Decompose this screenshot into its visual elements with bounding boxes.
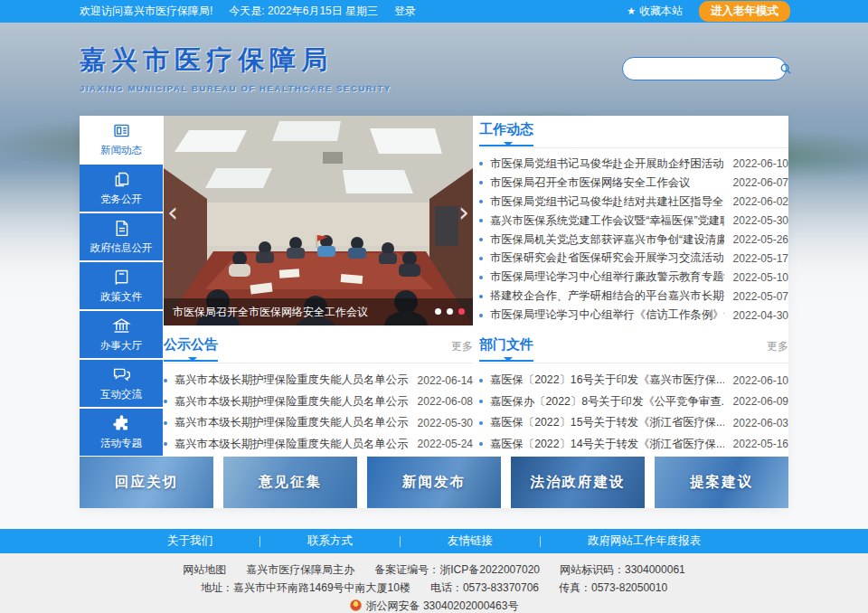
- sidebar-label: 政府信息公开: [90, 241, 153, 255]
- news-link[interactable]: 嘉兴市本级长期护理保险重度失能人员名单公示（2...: [175, 373, 409, 388]
- news-link[interactable]: 市医保局理论学习中心组举行廉政警示教育专题学习...: [490, 269, 724, 285]
- phone-text: 电话：0573-83370706: [430, 579, 539, 597]
- bullet-icon: [164, 400, 167, 403]
- news-link[interactable]: 嘉兴市本级长期护理保险重度失能人员名单公示（2...: [175, 437, 409, 452]
- footer-nav-annual-report[interactable]: 政府网站工作年度报表: [541, 533, 748, 549]
- news-date: 2022-05-10: [733, 271, 788, 284]
- carousel-dot[interactable]: [435, 308, 441, 315]
- news-link[interactable]: 市医保局理论学习中心组举行《信访工作条例》专题...: [490, 307, 724, 323]
- list-item: 嘉兴市本级长期护理保险重度失能人员名单公示（2...2022-06-14: [164, 370, 473, 391]
- news-link[interactable]: 市医保局机关党总支部获评嘉兴市争创“建设清廉机...: [490, 232, 724, 248]
- news-carousel[interactable]: ‹ › 市医保局召开全市医保网络安全工作会议: [164, 116, 473, 325]
- bullet-icon: [479, 295, 483, 298]
- news-date: 2022-06-02: [733, 195, 788, 208]
- meeting-photo: [164, 116, 473, 325]
- favorite-label: 收藏本站: [639, 4, 683, 19]
- banner-opinion-collection[interactable]: 意见征集: [223, 457, 357, 508]
- bullet-icon: [164, 379, 167, 382]
- news-link[interactable]: 搭建校企合作、产学研相结合的平台嘉兴市长期护理...: [490, 288, 724, 304]
- news-link[interactable]: 市医保局党组书记马俊华赴企开展助企纾困活动: [490, 156, 724, 172]
- news-date: 2022-06-10: [733, 374, 788, 387]
- security-record[interactable]: 浙公网安备 33040202000463号: [350, 597, 519, 613]
- sidebar-item-party-affairs[interactable]: 党务公开: [80, 165, 163, 212]
- bullet-icon: [479, 238, 483, 241]
- sidebar-item-policy-files[interactable]: 政策文件: [80, 262, 163, 309]
- bullet-icon: [479, 219, 483, 222]
- banner-news-release[interactable]: 新闻发布: [367, 457, 501, 508]
- login-link[interactable]: 登录: [394, 4, 416, 19]
- newspaper-icon: [112, 121, 131, 140]
- bullet-icon: [479, 200, 483, 203]
- bullet-icon: [479, 162, 483, 165]
- sidebar-item-special-topics[interactable]: 活动专题: [80, 409, 163, 456]
- list-item: 嘉医保〔2022〕15号关于转发《浙江省医疗保...2022-06-03: [479, 412, 788, 434]
- sidebar-item-interaction[interactable]: 互动交流: [80, 360, 163, 407]
- site-brand: 嘉兴市医疗保障局 JIAXING MUNICIPAL BUREAU OF HEA…: [80, 42, 392, 93]
- list-item: 市医保研究会赴省医保研究会开展学习交流活动2022-05-17: [479, 249, 788, 268]
- sidebar-item-news[interactable]: 新闻动态: [80, 116, 163, 163]
- news-link[interactable]: 市医保研究会赴省医保研究会开展学习交流活动: [490, 250, 724, 266]
- banner-proposal-suggestions[interactable]: 提案建议: [655, 457, 788, 508]
- news-date: 2022-05-30: [733, 214, 788, 227]
- star-icon: ★: [627, 6, 636, 16]
- list-item: 嘉医保〔2022〕14号关于转发《浙江省医疗保...2022-05-16: [479, 434, 788, 456]
- search-input[interactable]: [623, 59, 779, 79]
- news-date: 2022-05-16: [733, 438, 788, 450]
- list-item: 嘉兴市医保系统党建工作会议暨“幸福医保”党建联...2022-05-30: [479, 212, 788, 231]
- banner-rule-of-law[interactable]: 法治政府建设: [511, 457, 645, 508]
- sidebar-item-service-hall[interactable]: 办事大厅: [80, 311, 163, 358]
- icp-text: 备案证编号：浙ICP备2022007020: [374, 561, 540, 579]
- sitemap-link[interactable]: 网站地图: [183, 561, 226, 579]
- list-item: 搭建校企合作、产学研相结合的平台嘉兴市长期护理...2022-05-07: [479, 287, 788, 306]
- news-link[interactable]: 嘉兴市本级长期护理保险重度失能人员名单公示（2...: [175, 415, 409, 430]
- carousel-caption[interactable]: 市医保局召开全市医保网络安全工作会议: [164, 298, 473, 325]
- bullet-icon: [479, 379, 483, 382]
- list-item: 市医保局召开全市医保网络安全工作会议2022-06-07: [479, 174, 788, 193]
- security-text: 浙公网安备 33040202000463号: [366, 599, 519, 612]
- news-date: 2022-06-09: [733, 395, 788, 408]
- site-title: 嘉兴市医疗保障局: [80, 42, 392, 79]
- footer-nav-about[interactable]: 关于我们: [120, 533, 259, 549]
- news-link[interactable]: 嘉兴市医保系统党建工作会议暨“幸福医保”党建联...: [490, 213, 724, 229]
- documents-title[interactable]: 部门文件: [479, 336, 533, 362]
- host-text: 嘉兴市医疗保障局主办: [246, 561, 354, 579]
- bullet-icon: [479, 442, 483, 446]
- notice-title[interactable]: 公示公告: [164, 336, 218, 362]
- favorite-link[interactable]: ★ 收藏本站: [627, 4, 683, 19]
- news-link[interactable]: 嘉兴市本级长期护理保险重度失能人员名单公示（2...: [175, 394, 409, 410]
- sidebar-label: 互动交流: [100, 388, 142, 401]
- documents-list: 嘉医保〔2022〕16号关于印发《嘉兴市医疗保...2022-06-10 嘉医保…: [479, 370, 788, 455]
- news-link[interactable]: 嘉医保〔2022〕15号关于转发《浙江省医疗保...: [490, 415, 724, 430]
- sidebar-label: 办事大厅: [100, 339, 142, 353]
- search-icon[interactable]: [779, 62, 792, 75]
- news-link[interactable]: 嘉医保〔2022〕14号关于转发《浙江省医疗保...: [490, 437, 724, 452]
- notice-list: 嘉兴市本级长期护理保险重度失能人员名单公示（2...2022-06-14 嘉兴市…: [164, 370, 473, 455]
- news-link[interactable]: 嘉医保办〔2022〕8号关于印发《公平竞争审查...: [490, 394, 724, 410]
- banner-shortcuts: 回应关切 意见征集 新闻发布 法治政府建设 提案建议: [80, 457, 788, 508]
- carousel-dot-active[interactable]: [458, 308, 465, 315]
- sidebar-item-gov-info[interactable]: 政府信息公开: [80, 213, 163, 260]
- police-badge-icon: [350, 599, 362, 611]
- date-text: 今天是: 2022年6月15日 星期三: [229, 4, 378, 19]
- carousel-dot[interactable]: [447, 308, 453, 315]
- work-news-title[interactable]: 工作动态: [479, 121, 533, 146]
- top-bar: 欢迎访问嘉兴市医疗保障局! 今天是: 2022年6月15日 星期三 登录 ★ 收…: [0, 0, 868, 23]
- welcome-text: 欢迎访问嘉兴市医疗保障局!: [80, 4, 212, 19]
- notice-more-link[interactable]: 更多: [451, 339, 473, 354]
- elder-mode-button[interactable]: 进入老年模式: [699, 1, 790, 22]
- carousel-prev-arrow[interactable]: ‹: [167, 199, 178, 226]
- news-link[interactable]: 市医保局召开全市医保网络安全工作会议: [490, 175, 724, 191]
- documents-more-link[interactable]: 更多: [767, 339, 788, 354]
- footer-nav-contact[interactable]: 联系方式: [260, 533, 400, 549]
- news-date: 2022-04-30: [733, 309, 788, 322]
- list-item: 市医保局理论学习中心组举行廉政警示教育专题学习...2022-05-10: [479, 268, 788, 287]
- banner-respond-concerns[interactable]: 回应关切: [80, 457, 213, 508]
- news-date: 2022-06-08: [418, 395, 473, 408]
- news-link[interactable]: 市医保局党组书记马俊华赴结对共建社区指导全国文...: [490, 194, 724, 210]
- carousel-next-arrow[interactable]: ›: [458, 199, 469, 226]
- footer-nav-links[interactable]: 友情链接: [401, 533, 540, 549]
- news-date: 2022-05-26: [733, 233, 788, 246]
- news-date: 2022-05-17: [733, 252, 788, 265]
- news-link[interactable]: 嘉医保〔2022〕16号关于印发《嘉兴市医疗保...: [490, 373, 724, 388]
- carousel-dots: [435, 308, 465, 315]
